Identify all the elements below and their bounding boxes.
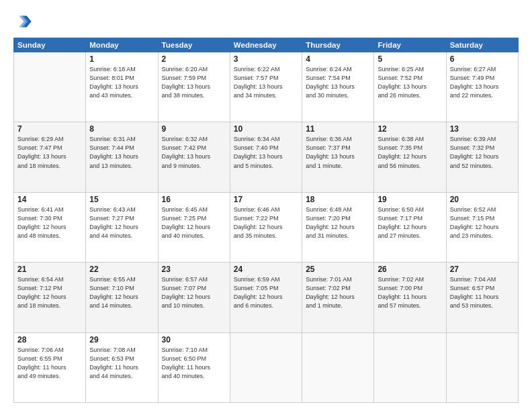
day-info: Sunrise: 6:39 AM Sunset: 7:32 PM Dayligh… bbox=[450, 135, 515, 170]
day-info: Sunrise: 6:29 AM Sunset: 7:47 PM Dayligh… bbox=[17, 135, 82, 170]
calendar-cell bbox=[302, 332, 374, 402]
day-info: Sunrise: 6:38 AM Sunset: 7:35 PM Dayligh… bbox=[378, 135, 442, 170]
header bbox=[13, 12, 519, 31]
day-info: Sunrise: 6:32 AM Sunset: 7:42 PM Dayligh… bbox=[162, 135, 226, 170]
day-number: 1 bbox=[89, 54, 154, 64]
day-number: 11 bbox=[306, 124, 370, 134]
calendar-week-row: 1Sunrise: 6:18 AM Sunset: 8:01 PM Daylig… bbox=[14, 52, 519, 122]
calendar-cell: 26Sunrise: 7:02 AM Sunset: 7:00 PM Dayli… bbox=[374, 263, 446, 332]
calendar-cell: 20Sunrise: 6:52 AM Sunset: 7:15 PM Dayli… bbox=[446, 192, 518, 262]
calendar-table: SundayMondayTuesdayWednesdayThursdayFrid… bbox=[13, 38, 519, 403]
day-number: 25 bbox=[306, 265, 370, 274]
day-info: Sunrise: 7:08 AM Sunset: 6:53 PM Dayligh… bbox=[89, 346, 154, 381]
calendar-cell: 24Sunrise: 6:59 AM Sunset: 7:05 PM Dayli… bbox=[230, 263, 302, 332]
day-info: Sunrise: 6:24 AM Sunset: 7:54 PM Dayligh… bbox=[306, 65, 370, 100]
calendar-cell bbox=[14, 52, 86, 122]
day-number: 16 bbox=[162, 195, 226, 204]
calendar-cell: 2Sunrise: 6:20 AM Sunset: 7:59 PM Daylig… bbox=[158, 52, 230, 122]
day-number: 21 bbox=[17, 265, 82, 274]
day-number: 19 bbox=[378, 195, 442, 204]
day-info: Sunrise: 6:18 AM Sunset: 8:01 PM Dayligh… bbox=[89, 65, 154, 100]
calendar-cell: 10Sunrise: 6:34 AM Sunset: 7:40 PM Dayli… bbox=[230, 122, 302, 192]
day-number: 29 bbox=[89, 335, 154, 345]
day-number: 23 bbox=[162, 265, 226, 274]
day-info: Sunrise: 7:02 AM Sunset: 7:00 PM Dayligh… bbox=[378, 275, 442, 310]
calendar-cell: 15Sunrise: 6:43 AM Sunset: 7:27 PM Dayli… bbox=[86, 192, 158, 262]
calendar-week-row: 14Sunrise: 6:41 AM Sunset: 7:30 PM Dayli… bbox=[14, 192, 519, 262]
day-info: Sunrise: 6:46 AM Sunset: 7:22 PM Dayligh… bbox=[234, 205, 298, 240]
page: SundayMondayTuesdayWednesdayThursdayFrid… bbox=[0, 0, 532, 411]
day-number: 5 bbox=[378, 54, 442, 64]
day-info: Sunrise: 6:25 AM Sunset: 7:52 PM Dayligh… bbox=[378, 65, 442, 100]
calendar-header-monday: Monday bbox=[86, 38, 158, 52]
day-info: Sunrise: 6:20 AM Sunset: 7:59 PM Dayligh… bbox=[162, 65, 226, 100]
day-info: Sunrise: 6:22 AM Sunset: 7:57 PM Dayligh… bbox=[234, 65, 298, 100]
day-number: 8 bbox=[89, 124, 154, 134]
day-info: Sunrise: 7:10 AM Sunset: 6:50 PM Dayligh… bbox=[162, 346, 226, 381]
day-number: 7 bbox=[17, 124, 82, 134]
day-number: 20 bbox=[450, 195, 515, 204]
day-info: Sunrise: 6:55 AM Sunset: 7:10 PM Dayligh… bbox=[89, 275, 154, 310]
calendar-cell: 11Sunrise: 6:36 AM Sunset: 7:37 PM Dayli… bbox=[302, 122, 374, 192]
calendar-cell: 14Sunrise: 6:41 AM Sunset: 7:30 PM Dayli… bbox=[14, 192, 86, 262]
day-info: Sunrise: 6:52 AM Sunset: 7:15 PM Dayligh… bbox=[450, 205, 515, 240]
calendar-header-tuesday: Tuesday bbox=[158, 38, 230, 52]
calendar-cell: 17Sunrise: 6:46 AM Sunset: 7:22 PM Dayli… bbox=[230, 192, 302, 262]
day-number: 14 bbox=[17, 195, 82, 204]
day-info: Sunrise: 7:04 AM Sunset: 6:57 PM Dayligh… bbox=[450, 275, 515, 310]
day-number: 22 bbox=[89, 265, 154, 274]
calendar-cell: 27Sunrise: 7:04 AM Sunset: 6:57 PM Dayli… bbox=[446, 263, 518, 332]
calendar-cell: 16Sunrise: 6:45 AM Sunset: 7:25 PM Dayli… bbox=[158, 192, 230, 262]
day-info: Sunrise: 6:45 AM Sunset: 7:25 PM Dayligh… bbox=[162, 205, 226, 240]
calendar-cell: 19Sunrise: 6:50 AM Sunset: 7:17 PM Dayli… bbox=[374, 192, 446, 262]
calendar-cell: 25Sunrise: 7:01 AM Sunset: 7:02 PM Dayli… bbox=[302, 263, 374, 332]
calendar-cell: 23Sunrise: 6:57 AM Sunset: 7:07 PM Dayli… bbox=[158, 263, 230, 332]
day-info: Sunrise: 7:06 AM Sunset: 6:55 PM Dayligh… bbox=[17, 346, 82, 381]
day-number: 2 bbox=[162, 54, 226, 64]
calendar-cell: 12Sunrise: 6:38 AM Sunset: 7:35 PM Dayli… bbox=[374, 122, 446, 192]
day-number: 26 bbox=[378, 265, 442, 274]
calendar-cell: 1Sunrise: 6:18 AM Sunset: 8:01 PM Daylig… bbox=[86, 52, 158, 122]
day-number: 4 bbox=[306, 54, 370, 64]
day-number: 12 bbox=[378, 124, 442, 134]
day-number: 18 bbox=[306, 195, 370, 204]
day-number: 9 bbox=[162, 124, 226, 134]
calendar-cell: 29Sunrise: 7:08 AM Sunset: 6:53 PM Dayli… bbox=[86, 332, 158, 402]
logo-icon bbox=[13, 12, 32, 31]
day-info: Sunrise: 6:54 AM Sunset: 7:12 PM Dayligh… bbox=[17, 275, 82, 310]
day-info: Sunrise: 6:36 AM Sunset: 7:37 PM Dayligh… bbox=[306, 135, 370, 170]
calendar-cell: 6Sunrise: 6:27 AM Sunset: 7:49 PM Daylig… bbox=[446, 52, 518, 122]
day-info: Sunrise: 6:41 AM Sunset: 7:30 PM Dayligh… bbox=[17, 205, 82, 240]
day-number: 17 bbox=[234, 195, 298, 204]
calendar-cell: 8Sunrise: 6:31 AM Sunset: 7:44 PM Daylig… bbox=[86, 122, 158, 192]
calendar-cell: 18Sunrise: 6:48 AM Sunset: 7:20 PM Dayli… bbox=[302, 192, 374, 262]
day-number: 3 bbox=[234, 54, 298, 64]
day-info: Sunrise: 6:43 AM Sunset: 7:27 PM Dayligh… bbox=[89, 205, 154, 240]
day-number: 15 bbox=[89, 195, 154, 204]
calendar-header-row: SundayMondayTuesdayWednesdayThursdayFrid… bbox=[14, 38, 519, 52]
calendar-header-sunday: Sunday bbox=[14, 38, 86, 52]
day-info: Sunrise: 6:48 AM Sunset: 7:20 PM Dayligh… bbox=[306, 205, 370, 240]
day-number: 10 bbox=[234, 124, 298, 134]
calendar-cell: 7Sunrise: 6:29 AM Sunset: 7:47 PM Daylig… bbox=[14, 122, 86, 192]
calendar-cell: 21Sunrise: 6:54 AM Sunset: 7:12 PM Dayli… bbox=[14, 263, 86, 332]
calendar-week-row: 7Sunrise: 6:29 AM Sunset: 7:47 PM Daylig… bbox=[14, 122, 519, 192]
calendar-cell: 22Sunrise: 6:55 AM Sunset: 7:10 PM Dayli… bbox=[86, 263, 158, 332]
calendar-cell bbox=[374, 332, 446, 402]
day-info: Sunrise: 6:34 AM Sunset: 7:40 PM Dayligh… bbox=[234, 135, 298, 170]
day-number: 6 bbox=[450, 54, 515, 64]
calendar-week-row: 21Sunrise: 6:54 AM Sunset: 7:12 PM Dayli… bbox=[14, 263, 519, 332]
day-info: Sunrise: 6:50 AM Sunset: 7:17 PM Dayligh… bbox=[378, 205, 442, 240]
calendar-cell: 28Sunrise: 7:06 AM Sunset: 6:55 PM Dayli… bbox=[14, 332, 86, 402]
calendar-header-wednesday: Wednesday bbox=[230, 38, 302, 52]
day-info: Sunrise: 6:27 AM Sunset: 7:49 PM Dayligh… bbox=[450, 65, 515, 100]
logo bbox=[13, 12, 35, 31]
calendar-header-saturday: Saturday bbox=[446, 38, 518, 52]
calendar-cell: 4Sunrise: 6:24 AM Sunset: 7:54 PM Daylig… bbox=[302, 52, 374, 122]
day-number: 30 bbox=[162, 335, 226, 345]
calendar-cell bbox=[446, 332, 518, 402]
day-number: 24 bbox=[234, 265, 298, 274]
day-number: 28 bbox=[17, 335, 82, 345]
day-info: Sunrise: 7:01 AM Sunset: 7:02 PM Dayligh… bbox=[306, 275, 370, 310]
calendar-cell bbox=[230, 332, 302, 402]
